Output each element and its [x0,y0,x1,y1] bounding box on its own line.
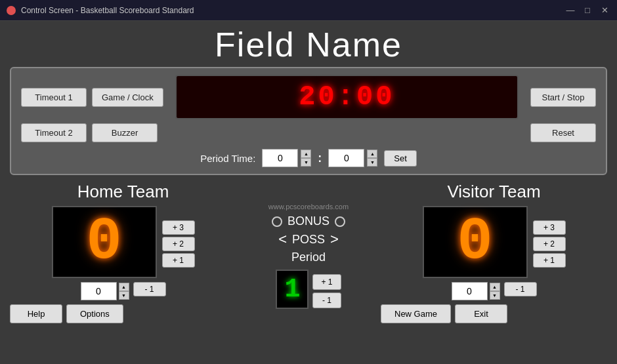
exit-button[interactable]: Exit [455,304,507,323]
home-score-spinner: ▲ ▼ [119,283,129,300]
options-button[interactable]: Options [66,304,123,323]
poss-label: POSS [292,233,325,247]
poss-row: < POSS > [278,231,339,248]
help-button[interactable]: Help [10,304,62,323]
home-plus3-button[interactable]: + 3 [162,220,195,235]
home-bonus-circle[interactable] [272,216,282,227]
visitor-team-label: Visitor Team [447,182,540,202]
clock-row-1: Timeout 1 Game / Clock 20:00 Start / Sto… [21,75,596,119]
visitor-team-section: Visitor Team 0 + 3 + 2 + 1 ▲ ▼ [381,182,607,357]
new-game-button[interactable]: New Game [381,304,451,323]
visitor-bottom-btns: New Game Exit [381,304,607,323]
home-score-up[interactable]: ▲ [119,283,129,291]
period-ctrl: + 1 - 1 [312,274,341,308]
poss-right-arrow[interactable]: > [330,231,339,248]
game-clock-button[interactable]: Game / Clock [92,88,163,107]
timeout2-button[interactable]: Timeout 2 [21,123,87,142]
visitor-score-up[interactable]: ▲ [490,283,500,291]
timeout1-button[interactable]: Timeout 1 [21,88,87,107]
period-min-down[interactable]: ▼ [301,158,311,167]
website-text: www.pcscoreboards.com [268,203,349,211]
clock-row-2: Timeout 2 Buzzer Reset [21,123,596,142]
close-button[interactable]: ✕ [599,5,610,15]
home-score-down[interactable]: ▼ [119,291,129,300]
period-sec-down[interactable]: ▼ [367,158,377,167]
visitor-score-input[interactable] [452,282,488,300]
visitor-score-spinbox: ▲ ▼ [452,282,500,300]
minimize-button[interactable]: — [564,5,576,15]
buzzer-button[interactable]: Buzzer [92,123,158,142]
visitor-plus1-button[interactable]: + 1 [533,253,566,268]
period-sec-group: ▲ ▼ [328,149,377,167]
period-min-up[interactable]: ▲ [301,150,311,158]
visitor-plus2-button[interactable]: + 2 [533,237,566,251]
bonus-row: BONUS [272,214,345,228]
period-time-label: Period Time: [200,153,255,164]
home-score-display: 0 [52,206,157,278]
period-min-input[interactable] [262,149,298,167]
bonus-label: BONUS [287,214,330,228]
period-sec-up[interactable]: ▲ [367,150,377,158]
home-plus2-button[interactable]: + 2 [162,237,195,251]
app-icon [7,6,16,15]
period-sec-spinner: ▲ ▼ [367,150,377,167]
reset-button[interactable]: Reset [530,123,596,142]
set-button[interactable]: Set [384,150,417,167]
home-action-btns: Help Options [10,304,123,323]
period-text: Period [291,251,326,264]
score-area: Home Team 0 + 3 + 2 + 1 ▲ ▼ [10,182,607,357]
period-min-group: ▲ ▼ [262,149,311,167]
home-score-controls: ▲ ▼ - 1 [10,282,236,300]
home-bottom-btns: Help Options [10,304,236,323]
poss-left-arrow[interactable]: < [278,231,287,248]
visitor-score-controls: ▲ ▼ - 1 [381,282,607,300]
period-sec-input[interactable] [328,149,364,167]
title-bar-controls: — □ ✕ [564,5,610,15]
period-plus1-button[interactable]: + 1 [312,274,341,290]
period-led: 1 [276,270,308,309]
home-score-digit: 0 [86,212,121,272]
main-content: Field Name Timeout 1 Game / Clock 20:00 … [0,21,617,364]
field-name-heading: Field Name [10,28,607,62]
start-stop-button[interactable]: Start / Stop [530,88,596,107]
period-min-spinner: ▲ ▼ [301,150,311,167]
period-colon: : [318,152,322,165]
period-middle: 1 + 1 - 1 [276,270,341,313]
clock-panel: Timeout 1 Game / Clock 20:00 Start / Sto… [10,67,607,175]
home-score-input[interactable] [81,282,117,300]
home-score-buttons: + 3 + 2 + 1 [162,220,195,268]
home-team-label: Home Team [77,182,169,202]
title-bar: Control Screen - Basketball Scoreboard S… [0,0,617,21]
title-bar-text: Control Screen - Basketball Scoreboard S… [21,6,564,15]
visitor-bonus-circle[interactable] [335,216,345,227]
home-plus1-button[interactable]: + 1 [162,253,195,268]
clock-display: 20:00 [175,75,519,119]
visitor-score-down[interactable]: ▼ [490,291,500,300]
visitor-score-spinner: ▲ ▼ [490,283,500,300]
visitor-score-buttons: + 3 + 2 + 1 [533,220,566,268]
visitor-action-btns: New Game Exit [381,304,507,323]
clock-time: 20:00 [299,81,394,113]
visitor-score-display: 0 [423,206,528,278]
maximize-button[interactable]: □ [582,5,593,15]
home-minus1-button[interactable]: - 1 [133,282,166,296]
visitor-minus1-button[interactable]: - 1 [504,282,537,296]
middle-panel: www.pcscoreboards.com BONUS < POSS > Per… [243,182,374,357]
period-time-row: Period Time: ▲ ▼ : ▲ ▼ Set [21,149,596,167]
home-score-spinbox: ▲ ▼ [81,282,129,300]
home-team-section: Home Team 0 + 3 + 2 + 1 ▲ ▼ [10,182,236,357]
visitor-plus3-button[interactable]: + 3 [533,220,566,235]
visitor-score-digit: 0 [457,212,492,272]
period-digit: 1 [284,275,300,304]
period-minus1-button[interactable]: - 1 [312,293,341,308]
